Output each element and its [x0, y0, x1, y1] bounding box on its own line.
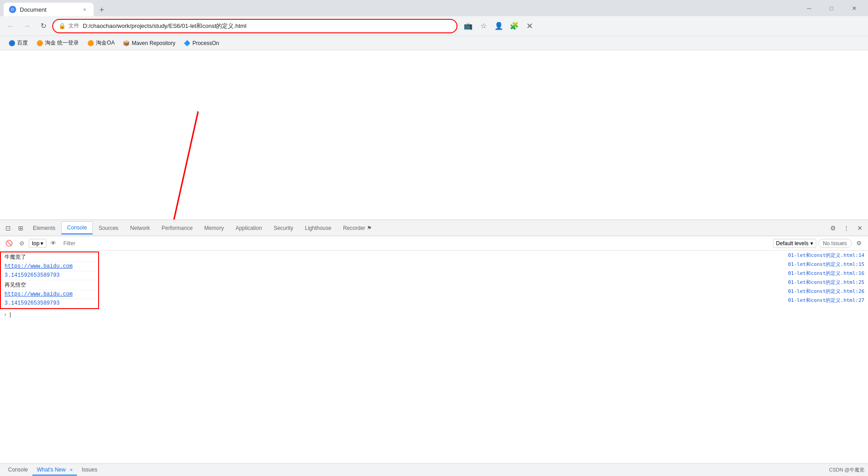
clear-console-button[interactable]: 🚫: [4, 238, 14, 249]
context-selector[interactable]: top ▾: [29, 239, 46, 248]
baidu-icon: 🔵: [8, 40, 15, 47]
devtools-tab-bar: ⊡ ⊞ Elements Console Sources Network Per…: [0, 220, 868, 236]
bookmarks-bar: 🔵 百度 🟠 淘金 统一登录 🟠 淘金OA 📦 Maven Repository…: [0, 36, 868, 50]
bookmark-processon[interactable]: 🔷 ProcessOn: [180, 38, 222, 49]
bottom-tab-whats-new-close[interactable]: ×: [70, 467, 72, 472]
lock-icon: 🔒: [59, 22, 66, 29]
minimize-button[interactable]: ─: [799, 2, 819, 14]
bottom-right-text: CSDN @牛魔觉: [829, 467, 864, 473]
tab-console[interactable]: Console: [61, 221, 93, 234]
bookmark-maven[interactable]: 📦 Maven Repository: [119, 38, 179, 49]
log-levels-label: Default levels: [776, 240, 809, 247]
chrome-window: D Document × + ─ □ ✕ ← → ↻ 🔒 文件 D:/chaoc…: [0, 0, 868, 476]
console-msg-2[interactable]: https://www.baidu.com: [5, 263, 95, 269]
bookmark-baidu-label: 百度: [17, 39, 28, 47]
maven-icon: 📦: [123, 40, 130, 47]
tab-memory[interactable]: Memory: [199, 222, 230, 234]
tab-sources[interactable]: Sources: [93, 222, 124, 234]
console-toolbar: 🚫 ⊘ top ▾ 👁 Default levels ▾ No Issues ⚙: [0, 236, 868, 251]
address-bar: ← → ↻ 🔒 文件 D:/chaochao/work/projects/stu…: [0, 16, 868, 36]
console-row-4: 再见悟空: [1, 280, 98, 290]
console-prompt[interactable]: › |: [0, 310, 868, 320]
close-devtools-icon[interactable]: ✕: [854, 222, 866, 234]
back-button[interactable]: ←: [4, 19, 18, 33]
context-label: top: [32, 240, 40, 247]
console-msg-5[interactable]: https://www.baidu.com: [5, 291, 95, 297]
tab-performance[interactable]: Performance: [156, 222, 199, 234]
file-ref-3[interactable]: 01-let和const的定义.html:16: [788, 269, 864, 278]
processon-icon: 🔷: [183, 40, 190, 47]
bottom-tab-issues[interactable]: Issues: [77, 465, 102, 476]
bookmark-processon-label: ProcessOn: [192, 40, 219, 46]
console-row-5: https://www.baidu.com: [1, 290, 98, 299]
tab-application[interactable]: Application: [230, 222, 268, 234]
new-tab-button[interactable]: +: [95, 4, 108, 16]
file-ref-5[interactable]: 01-let和const的定义.html:26: [788, 287, 864, 296]
tab-close-button[interactable]: ×: [81, 6, 88, 13]
bookmark-taobao-login-label: 淘金 统一登录: [45, 39, 79, 47]
devtools-panel: ⊡ ⊞ Elements Console Sources Network Per…: [0, 220, 868, 476]
file-refs: 01-let和const的定义.html:14 01-let和const的定义.…: [788, 251, 864, 305]
bottom-tab-whats-new-label: What's New: [37, 467, 66, 473]
console-row-2: https://www.baidu.com: [1, 262, 98, 271]
bottom-tab-whats-new[interactable]: What's New ×: [32, 465, 77, 476]
cast-icon[interactable]: 📺: [461, 19, 475, 33]
tab-title: Document: [20, 6, 77, 13]
tab-lighthouse[interactable]: Lighthouse: [299, 222, 337, 234]
tab-favicon: D: [9, 6, 16, 13]
title-bar: D Document × + ─ □ ✕: [0, 0, 868, 16]
tab-elements[interactable]: Elements: [27, 222, 61, 234]
tab-strip: D Document × +: [4, 0, 799, 16]
refresh-button[interactable]: ↻: [36, 19, 50, 33]
address-icons: 📺 ☆ 👤 🧩 ✕: [461, 19, 537, 33]
context-dropdown-icon: ▾: [41, 240, 43, 247]
console-msg-6: 3.141592653589793: [5, 300, 95, 306]
forward-button[interactable]: →: [20, 19, 34, 33]
profile-icon[interactable]: 👤: [492, 19, 506, 33]
active-tab[interactable]: D Document ×: [4, 3, 94, 16]
bookmark-taobao-oa-label: 淘金OA: [96, 39, 114, 47]
tab-recorder[interactable]: Recorder ⚑: [337, 222, 378, 234]
bookmark-star-icon[interactable]: ☆: [476, 19, 491, 33]
device-icon[interactable]: ⊞: [14, 222, 27, 234]
console-row-1: 牛魔觉了: [1, 252, 98, 262]
file-ref-1[interactable]: 01-let和const的定义.html:14: [788, 251, 864, 260]
log-levels-dropdown-icon: ▾: [810, 240, 813, 247]
bottom-tab-console-label: Console: [8, 467, 28, 473]
settings-icon[interactable]: ⚙: [827, 222, 839, 234]
console-highlight-box: 牛魔觉了 https://www.baidu.com 3.14159265358…: [0, 251, 99, 309]
prompt-cursor: |: [9, 312, 12, 318]
close-button[interactable]: ✕: [844, 2, 864, 14]
omnibox[interactable]: 🔒 文件 D:/chaochao/work/projects/study/ES6…: [52, 19, 457, 33]
filter-input[interactable]: [61, 239, 771, 247]
bookmark-taobao-oa[interactable]: 🟠 淘金OA: [83, 37, 118, 49]
console-settings-icon[interactable]: ⚙: [854, 238, 864, 249]
tab-security[interactable]: Security: [268, 222, 299, 234]
log-levels-selector[interactable]: Default levels ▾: [773, 239, 816, 248]
url-display: D:/chaochao/work/projects/study/ES6/01-l…: [83, 22, 451, 30]
no-issues-badge: No Issues: [818, 239, 852, 248]
extensions-icon[interactable]: 🧩: [507, 19, 521, 33]
inspect-icon[interactable]: ⊡: [2, 222, 14, 234]
bookmark-baidu[interactable]: 🔵 百度: [5, 37, 32, 49]
bookmark-taobao-login[interactable]: 🟠 淘金 统一登录: [32, 37, 82, 49]
file-ref-6[interactable]: 01-let和const的定义.html:27: [788, 296, 864, 305]
devtools-right-icons: ⚙ ⋮ ✕: [827, 222, 866, 234]
more-options-icon[interactable]: ⋮: [840, 222, 853, 234]
console-row-3: 3.141592653589793: [1, 271, 98, 280]
stop-recording-button[interactable]: ⊘: [16, 238, 27, 249]
eye-filter-button[interactable]: 👁: [48, 238, 59, 249]
console-row-6: 3.141592653589793: [1, 299, 98, 308]
console-msg-4: 再见悟空: [5, 281, 95, 289]
prompt-arrow-icon: ›: [4, 312, 7, 318]
file-ref-4[interactable]: 01-let和const的定义.html:25: [788, 278, 864, 287]
tab-network[interactable]: Network: [124, 222, 156, 234]
bookmark-maven-label: Maven Repository: [132, 40, 176, 46]
menu-icon[interactable]: ✕: [522, 19, 537, 33]
taobao-login-icon: 🟠: [36, 40, 43, 47]
bottom-tab-console[interactable]: Console: [4, 465, 32, 476]
file-ref-2[interactable]: 01-let和const的定义.html:15: [788, 260, 864, 269]
window-controls: ─ □ ✕: [799, 2, 864, 14]
maximize-button[interactable]: □: [821, 2, 842, 14]
main-content: ⊡ ⊞ Elements Console Sources Network Per…: [0, 50, 868, 476]
